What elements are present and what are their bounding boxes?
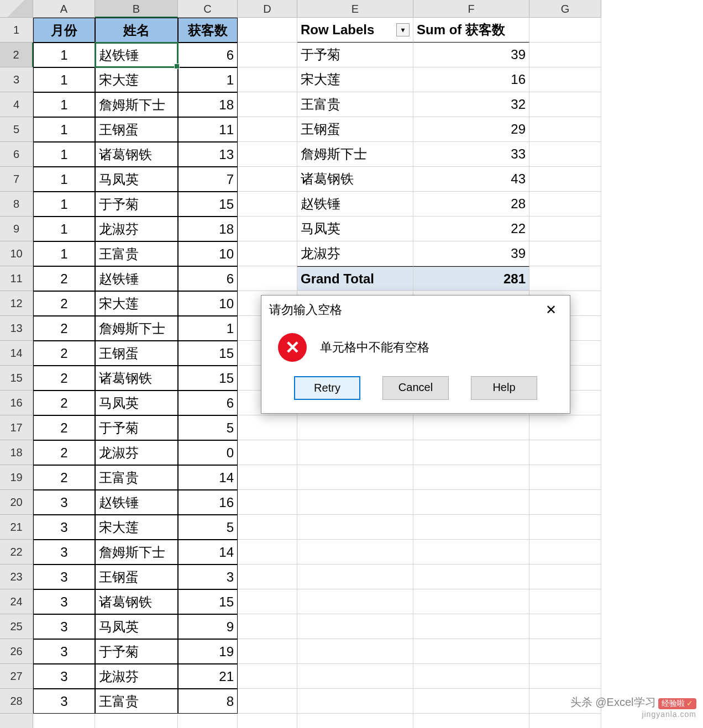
pivot-grand-total-label[interactable]: Grand Total bbox=[297, 266, 413, 291]
cell-B14[interactable]: 王钢蛋 bbox=[95, 341, 178, 366]
cell-D18[interactable] bbox=[238, 440, 297, 465]
row-header-8[interactable]: 8 bbox=[0, 192, 33, 217]
row-header-16[interactable]: 16 bbox=[0, 391, 33, 415]
cell-C2[interactable]: 6 bbox=[178, 43, 238, 67]
row-header-24[interactable]: 24 bbox=[0, 589, 33, 614]
cell-F23[interactable] bbox=[413, 565, 529, 589]
cell-C23[interactable]: 3 bbox=[178, 565, 238, 589]
row-header-14[interactable]: 14 bbox=[0, 341, 33, 366]
pivot-row-label[interactable]: 诸葛钢铁 bbox=[297, 167, 413, 192]
cell-E26[interactable] bbox=[297, 639, 413, 664]
cell-E19[interactable] bbox=[297, 465, 413, 490]
row-header-25[interactable]: 25 bbox=[0, 614, 33, 639]
cell-A29[interactable] bbox=[33, 714, 95, 728]
row-header-28[interactable]: 28 bbox=[0, 689, 33, 714]
cell-D8[interactable] bbox=[238, 192, 297, 217]
cell-C11[interactable]: 6 bbox=[178, 266, 238, 291]
cell-A20[interactable]: 3 bbox=[33, 490, 95, 515]
cell-C22[interactable]: 14 bbox=[178, 540, 238, 565]
cell-G2[interactable] bbox=[529, 43, 601, 67]
cell-A8[interactable]: 1 bbox=[33, 192, 95, 217]
cell-F22[interactable] bbox=[413, 540, 529, 565]
cell-G18[interactable] bbox=[529, 440, 601, 465]
cell-B21[interactable]: 宋大莲 bbox=[95, 515, 178, 540]
cell-D24[interactable] bbox=[238, 589, 297, 614]
cell-C18[interactable]: 0 bbox=[178, 440, 238, 465]
cell-C12[interactable]: 10 bbox=[178, 291, 238, 316]
cell-B17[interactable]: 于予菊 bbox=[95, 415, 178, 440]
close-icon[interactable]: ✕ bbox=[540, 301, 562, 319]
cell-A6[interactable]: 1 bbox=[33, 142, 95, 167]
row-header-1[interactable]: 1 bbox=[0, 18, 33, 43]
cell-A27[interactable]: 3 bbox=[33, 664, 95, 689]
pivot-row-label[interactable]: 马凤英 bbox=[297, 217, 413, 241]
cell-B7[interactable]: 马凤英 bbox=[95, 167, 178, 192]
row-header-10[interactable]: 10 bbox=[0, 241, 33, 266]
cell-G27[interactable] bbox=[529, 664, 601, 689]
row-header-7[interactable]: 7 bbox=[0, 167, 33, 192]
cell-D25[interactable] bbox=[238, 614, 297, 639]
row-header-2[interactable]: 2 bbox=[0, 43, 33, 67]
cell-A9[interactable]: 1 bbox=[33, 217, 95, 241]
cell-G3[interactable] bbox=[529, 67, 601, 92]
cell-D2[interactable] bbox=[238, 43, 297, 67]
cell-E18[interactable] bbox=[297, 440, 413, 465]
cell-G29[interactable] bbox=[529, 714, 601, 728]
cell-C27[interactable]: 21 bbox=[178, 664, 238, 689]
pivot-row-value[interactable]: 39 bbox=[413, 241, 529, 266]
column-header-D[interactable]: D bbox=[238, 0, 297, 18]
cell-A4[interactable]: 1 bbox=[33, 92, 95, 117]
cell-G21[interactable] bbox=[529, 515, 601, 540]
column-header-G[interactable]: G bbox=[529, 0, 601, 18]
column-header-C[interactable]: C bbox=[178, 0, 238, 18]
cell-D4[interactable] bbox=[238, 92, 297, 117]
cell-D28[interactable] bbox=[238, 689, 297, 714]
row-header-23[interactable]: 23 bbox=[0, 565, 33, 589]
cell-B20[interactable]: 赵铁锤 bbox=[95, 490, 178, 515]
cell-C14[interactable]: 15 bbox=[178, 341, 238, 366]
cell-E20[interactable] bbox=[297, 490, 413, 515]
cell-G20[interactable] bbox=[529, 490, 601, 515]
cell-B11[interactable]: 赵铁锤 bbox=[95, 266, 178, 291]
row-header-13[interactable]: 13 bbox=[0, 316, 33, 341]
cell-G11[interactable] bbox=[529, 266, 601, 291]
cell-F19[interactable] bbox=[413, 465, 529, 490]
row-header-17[interactable]: 17 bbox=[0, 415, 33, 440]
cell-C28[interactable]: 8 bbox=[178, 689, 238, 714]
cell-G28[interactable] bbox=[529, 689, 601, 714]
cell-C5[interactable]: 11 bbox=[178, 117, 238, 142]
cell-G10[interactable] bbox=[529, 241, 601, 266]
row-header-9[interactable]: 9 bbox=[0, 217, 33, 241]
cell-D7[interactable] bbox=[238, 167, 297, 192]
cell-B4[interactable]: 詹姆斯下士 bbox=[95, 92, 178, 117]
cell-G24[interactable] bbox=[529, 589, 601, 614]
row-header-26[interactable]: 26 bbox=[0, 639, 33, 664]
cell-C7[interactable]: 7 bbox=[178, 167, 238, 192]
cell-C4[interactable]: 18 bbox=[178, 92, 238, 117]
data-header-a[interactable]: 月份 bbox=[33, 18, 95, 43]
row-header-12[interactable]: 12 bbox=[0, 291, 33, 316]
pivot-row-value[interactable]: 16 bbox=[413, 67, 529, 92]
cell-G19[interactable] bbox=[529, 465, 601, 490]
cell-B10[interactable]: 王富贵 bbox=[95, 241, 178, 266]
cell-D19[interactable] bbox=[238, 465, 297, 490]
cell-D10[interactable] bbox=[238, 241, 297, 266]
cell-F26[interactable] bbox=[413, 639, 529, 664]
cell-A22[interactable]: 3 bbox=[33, 540, 95, 565]
cell-C29[interactable] bbox=[178, 714, 238, 728]
row-header-11[interactable]: 11 bbox=[0, 266, 33, 291]
cell-B2[interactable]: 赵铁锤 bbox=[95, 43, 178, 67]
cell-B15[interactable]: 诸葛钢铁 bbox=[95, 366, 178, 391]
pivot-row-label[interactable]: 王钢蛋 bbox=[297, 117, 413, 142]
cell-F21[interactable] bbox=[413, 515, 529, 540]
cell-D17[interactable] bbox=[238, 415, 297, 440]
pivot-row-value[interactable]: 28 bbox=[413, 192, 529, 217]
pivot-row-value[interactable]: 29 bbox=[413, 117, 529, 142]
cell-A19[interactable]: 2 bbox=[33, 465, 95, 490]
pivot-row-value[interactable]: 39 bbox=[413, 43, 529, 67]
column-header-A[interactable]: A bbox=[33, 0, 95, 18]
pivot-row-label[interactable]: 龙淑芬 bbox=[297, 241, 413, 266]
cell-A25[interactable]: 3 bbox=[33, 614, 95, 639]
pivot-filter-dropdown[interactable]: ▾ bbox=[396, 23, 410, 36]
cell-C13[interactable]: 1 bbox=[178, 316, 238, 341]
